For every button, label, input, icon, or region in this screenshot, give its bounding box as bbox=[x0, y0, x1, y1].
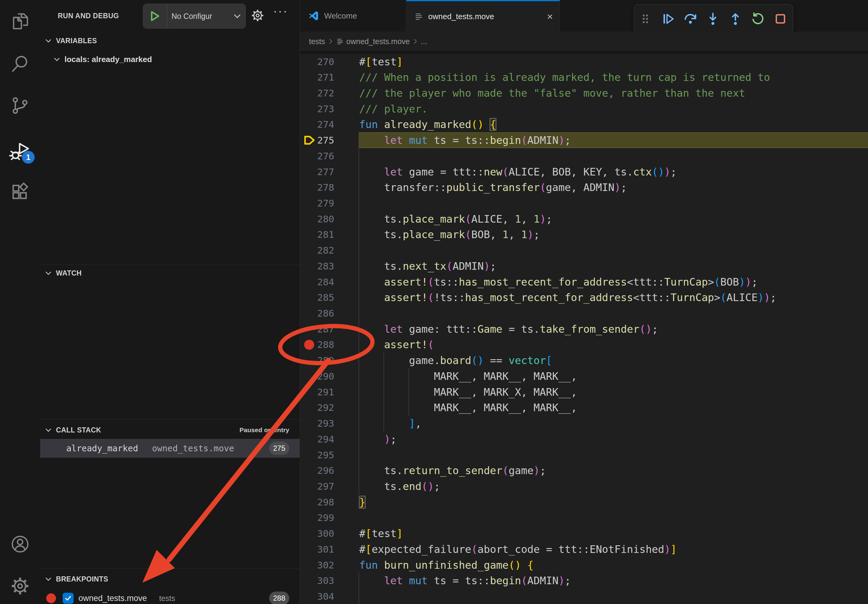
code-line[interactable]: 278 transfer::public_transfer(game, ADMI… bbox=[300, 180, 868, 195]
line-number[interactable]: 278 bbox=[300, 180, 334, 195]
code-line[interactable]: 299 bbox=[300, 510, 868, 525]
line-number[interactable]: 299 bbox=[300, 510, 334, 525]
line-number[interactable]: 276 bbox=[300, 148, 334, 164]
tab-owned-tests-move[interactable]: owned_tests.move × bbox=[406, 0, 560, 32]
code-line[interactable]: 290 MARK__, MARK__, MARK__, bbox=[300, 368, 868, 384]
line-number[interactable]: 277 bbox=[300, 164, 334, 180]
line-number[interactable]: 304 bbox=[300, 589, 334, 604]
breadcrumb-item-symbol[interactable]: ... bbox=[421, 37, 427, 46]
start-debugging-icon[interactable] bbox=[143, 4, 167, 28]
line-number[interactable]: 280 bbox=[300, 211, 334, 227]
debug-settings-gear-icon[interactable] bbox=[250, 8, 265, 23]
line-number[interactable]: 291 bbox=[300, 384, 334, 400]
stop-icon[interactable] bbox=[769, 5, 792, 33]
line-number[interactable]: 271 bbox=[300, 69, 334, 85]
restart-icon[interactable] bbox=[747, 5, 769, 33]
code-line[interactable]: 289 game.board() == vector[ bbox=[300, 353, 868, 368]
breadcrumb-item-tests[interactable]: tests bbox=[309, 37, 325, 46]
line-number[interactable]: 283 bbox=[300, 258, 334, 274]
code-line[interactable]: 271/// When a position is already marked… bbox=[300, 69, 868, 85]
code-line[interactable]: 283 ts.next_tx(ADMIN); bbox=[300, 258, 868, 274]
line-number[interactable]: 282 bbox=[300, 242, 334, 258]
code-line[interactable]: 284 assert!(ts::has_most_recent_for_addr… bbox=[300, 274, 868, 290]
run-and-debug-icon[interactable]: 1 bbox=[0, 135, 40, 168]
source-control-icon[interactable] bbox=[0, 89, 40, 122]
tab-welcome[interactable]: Welcome bbox=[300, 0, 406, 32]
step-into-icon[interactable] bbox=[702, 5, 724, 33]
line-number[interactable]: 272 bbox=[300, 85, 334, 101]
settings-gear-icon[interactable] bbox=[0, 569, 40, 603]
explorer-icon[interactable] bbox=[0, 5, 40, 38]
line-number[interactable]: 293 bbox=[300, 415, 334, 431]
line-number[interactable]: 288 bbox=[300, 337, 334, 353]
code-line[interactable]: 296 ts.return_to_sender(game); bbox=[300, 463, 868, 479]
code-line[interactable]: 274fun already_marked() { bbox=[300, 116, 868, 132]
search-icon[interactable] bbox=[0, 47, 40, 81]
code-line[interactable]: 277 let game = ttt::new(ALICE, BOB, KEY,… bbox=[300, 164, 868, 180]
step-over-icon[interactable] bbox=[679, 5, 702, 33]
line-number[interactable]: 287 bbox=[300, 321, 334, 337]
code-line[interactable]: 288 assert!( bbox=[300, 337, 868, 353]
code-line[interactable]: 292 MARK__, MARK__, MARK__, bbox=[300, 400, 868, 415]
drag-grip-icon[interactable] bbox=[634, 5, 657, 33]
code-area[interactable]: 270#[test]271/// When a position is alre… bbox=[300, 51, 868, 604]
code-line[interactable]: 291 MARK__, MARK_X, MARK__, bbox=[300, 384, 868, 400]
code-line[interactable]: 303 let mut ts = ts::begin(ADMIN); bbox=[300, 573, 868, 589]
code-line[interactable]: 279 bbox=[300, 195, 868, 211]
line-number[interactable]: 274 bbox=[300, 116, 334, 132]
extensions-icon[interactable] bbox=[0, 175, 40, 209]
watch-section-header[interactable]: WATCH bbox=[40, 266, 299, 280]
account-icon[interactable] bbox=[0, 527, 40, 561]
code-line[interactable]: 286 bbox=[300, 305, 868, 321]
code-line[interactable]: 287 let game: ttt::Game = ts.take_from_s… bbox=[300, 321, 868, 337]
line-number[interactable]: 297 bbox=[300, 479, 334, 494]
code-line[interactable]: 304 bbox=[300, 589, 868, 604]
code-line[interactable]: 297 ts.end(); bbox=[300, 479, 868, 494]
code-line[interactable]: 280 ts.place_mark(ALICE, 1, 1); bbox=[300, 211, 868, 227]
code-line[interactable]: 301#[expected_failure(abort_code = ttt::… bbox=[300, 541, 868, 557]
breakpoint-checkbox[interactable] bbox=[63, 593, 74, 604]
code-line[interactable]: 285 assert!(!ts::has_most_recent_for_add… bbox=[300, 290, 868, 305]
variables-section-header[interactable]: VARIABLES bbox=[40, 34, 299, 48]
more-actions-icon[interactable]: ··· bbox=[273, 4, 288, 18]
line-number[interactable]: 285 bbox=[300, 290, 334, 305]
line-number[interactable]: 290 bbox=[300, 368, 334, 384]
debug-config-dropdown[interactable]: No Configur bbox=[143, 4, 246, 29]
line-number[interactable]: 284 bbox=[300, 274, 334, 290]
code-line[interactable]: 298} bbox=[300, 494, 868, 510]
line-number[interactable]: 286 bbox=[300, 305, 334, 321]
line-number[interactable]: 292 bbox=[300, 400, 334, 415]
line-number[interactable]: 273 bbox=[300, 101, 334, 117]
code-line[interactable]: 272/// the player who made the "false" m… bbox=[300, 85, 868, 101]
code-line[interactable]: 282 bbox=[300, 242, 868, 258]
code-line[interactable]: 270#[test] bbox=[300, 54, 868, 70]
code-line[interactable]: 300#[test] bbox=[300, 525, 868, 541]
line-number[interactable]: 281 bbox=[300, 226, 334, 242]
code-line[interactable]: 281 ts.place_mark(BOB, 1, 1); bbox=[300, 226, 868, 242]
call-stack-frame-row[interactable]: already_marked owned_tests.move 275 bbox=[40, 439, 299, 458]
breakpoint-list-item[interactable]: owned_tests.move tests 288 bbox=[40, 589, 299, 604]
line-number[interactable]: 303 bbox=[300, 573, 334, 589]
code-line[interactable]: 295 bbox=[300, 447, 868, 463]
line-number[interactable]: 270 bbox=[300, 54, 334, 70]
variables-scope-row[interactable]: locals: already_marked bbox=[40, 52, 299, 67]
code-line[interactable]: 294 ); bbox=[300, 431, 868, 447]
line-number[interactable]: 296 bbox=[300, 463, 334, 479]
line-number[interactable]: 302 bbox=[300, 557, 334, 573]
step-out-icon[interactable] bbox=[724, 5, 747, 33]
continue-icon[interactable] bbox=[657, 5, 679, 33]
code-line[interactable]: 275 let mut ts = ts::begin(ADMIN); bbox=[300, 132, 868, 148]
code-line[interactable]: 276 bbox=[300, 148, 868, 164]
code-line[interactable]: 302fun burn_unfinished_game() { bbox=[300, 557, 868, 573]
line-number[interactable]: 300 bbox=[300, 525, 334, 541]
line-number[interactable]: 301 bbox=[300, 541, 334, 557]
line-number[interactable]: 279 bbox=[300, 195, 334, 211]
code-line[interactable]: 293 ], bbox=[300, 415, 868, 431]
line-number[interactable]: 289 bbox=[300, 353, 334, 368]
line-number[interactable]: 294 bbox=[300, 431, 334, 447]
call-stack-section-header[interactable]: CALL STACK Paused on entry bbox=[40, 423, 299, 437]
breadcrumb-item-file[interactable]: owned_tests.move bbox=[346, 37, 410, 46]
line-number[interactable]: 275 bbox=[300, 132, 334, 148]
close-icon[interactable]: × bbox=[547, 11, 553, 22]
line-number[interactable]: 295 bbox=[300, 447, 334, 463]
